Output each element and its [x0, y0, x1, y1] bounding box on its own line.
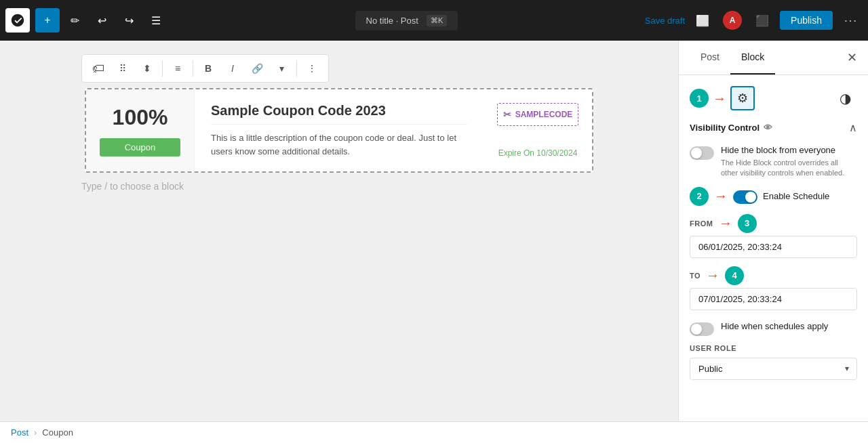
separator-1 [162, 60, 163, 77]
coupon-block: 100% Coupon Sample Coupon Code 2023 This… [85, 88, 593, 173]
coupon-right: ✂ SAMPLECODE Expire On 10/30/2024 [484, 89, 592, 171]
arrow-left-4: ← [706, 268, 719, 283]
settings-icons-row: 1 → ⚙ ◑ [690, 86, 857, 110]
step2-enable-schedule-row: 2 → Enable Schedule [690, 187, 857, 206]
from-input[interactable] [690, 236, 857, 258]
post-title-area[interactable]: No title · Post ⌘K [355, 11, 458, 30]
arrow-right-1: → [713, 91, 726, 106]
save-draft-button[interactable]: Save draft [645, 16, 685, 26]
step-4-indicator: 4 [725, 266, 744, 285]
user-role-label: USER ROLE [690, 344, 857, 352]
step-1-indicator: 1 [690, 89, 709, 108]
hide-schedules-label: Hide when schedules apply [721, 321, 828, 331]
toggle-thumb-schedule [745, 192, 756, 203]
editor-area: 🏷 ⠿ ⬍ ≡ B I 🔗 ▾ ⋮ 100% Coupon Sample Cou… [0, 41, 678, 421]
panel-title: Visibility Control 👁 [690, 123, 772, 133]
enable-schedule-toggle[interactable] [733, 190, 757, 204]
coupon-description: This is a little description of the coup… [211, 131, 467, 158]
visibility-control-label: Visibility Control [690, 123, 760, 133]
panel-collapse-button[interactable]: ∧ [849, 121, 857, 134]
toggle-thumb-schedules [691, 324, 702, 335]
block-type-button[interactable]: 🏷 [87, 58, 109, 79]
to-label: TO [690, 272, 701, 280]
sidebar-content: 1 → ⚙ ◑ Visibility Control 👁 ∧ [679, 75, 868, 421]
step1-row: 1 → ⚙ [690, 86, 755, 110]
redo-button[interactable]: ↪ [117, 8, 141, 33]
hide-schedules-toggle[interactable] [690, 322, 714, 336]
close-sidebar-button[interactable]: ✕ [847, 41, 857, 75]
post-title: No title · Post [366, 16, 418, 26]
add-block-button[interactable]: + [35, 8, 60, 33]
scissors-icon: ✂ [503, 109, 511, 120]
align-button[interactable]: ≡ [167, 58, 189, 79]
drag-handle[interactable]: ⠿ [112, 58, 134, 79]
sidebar: Post Block ✕ 1 → ⚙ ◑ Visibility Control … [678, 41, 868, 421]
from-label: FROM [690, 219, 713, 228]
block-toolbar: 🏷 ⠿ ⬍ ≡ B I 🔗 ▾ ⋮ [81, 54, 329, 83]
coupon-block-inner: 100% Coupon Sample Coupon Code 2023 This… [86, 89, 592, 171]
user-role-select-wrapper: Public Logged In Logged Out Administrato… [690, 358, 857, 380]
coupon-divider [211, 124, 467, 125]
wp-logo [5, 8, 30, 33]
main-area: 🏷 ⠿ ⬍ ≡ B I 🔗 ▾ ⋮ 100% Coupon Sample Cou… [0, 41, 868, 421]
breadcrumb-coupon: Coupon [42, 427, 73, 438]
undo-button[interactable]: ↩ [90, 8, 114, 33]
eye-icon: 👁 [764, 123, 772, 133]
link-button[interactable]: 🔗 [246, 58, 268, 79]
tab-post[interactable]: Post [690, 41, 730, 75]
enable-schedule-label: Enable Schedule [763, 191, 829, 201]
user-role-select[interactable]: Public Logged In Logged Out Administrato… [690, 358, 857, 380]
coupon-button[interactable]: Coupon [100, 138, 180, 156]
coupon-code-box: ✂ SAMPLECODE [497, 103, 578, 126]
more-rich-text[interactable]: ▾ [271, 58, 292, 79]
settings-button[interactable]: ⬛ [750, 8, 774, 33]
breadcrumb: Post › Coupon [0, 421, 868, 443]
topbar: + ✏ ↩ ↪ ☰ No title · Post ⌘K Save draft … [0, 0, 868, 41]
topbar-center: No title · Post ⌘K [171, 11, 642, 30]
toggle-thumb-hide-everyone [691, 148, 702, 159]
publish-button[interactable]: Publish [780, 11, 833, 30]
coupon-middle: Sample Coupon Code 2023 This is a little… [195, 89, 484, 171]
move-up-down-button[interactable]: ⬍ [136, 58, 158, 79]
contrast-icon-button[interactable]: ◑ [833, 86, 857, 110]
step3-from-row: FROM ← 3 [690, 214, 857, 233]
hide-schedules-row: Hide when schedules apply [690, 321, 857, 336]
hide-everyone-label: Hide the block from everyone [721, 145, 857, 155]
separator-2 [193, 60, 193, 77]
avatar-button[interactable]: A [720, 8, 745, 33]
italic-button[interactable]: I [222, 58, 243, 79]
step4-to-row: TO ← 4 [690, 266, 857, 285]
breadcrumb-post[interactable]: Post [11, 427, 28, 438]
topbar-right: Save draft ⬜ A ⬛ Publish ⋯ [645, 8, 863, 33]
coupon-expire: Expire On 10/30/2024 [498, 148, 578, 158]
coupon-left: 100% Coupon [86, 89, 195, 171]
arrow-right-2: → [714, 188, 728, 204]
view-button[interactable]: ⬜ [690, 8, 715, 33]
gear-settings-button[interactable]: ⚙ [730, 86, 755, 110]
visibility-control-panel-header: Visibility Control 👁 ∧ [690, 121, 857, 134]
bold-button[interactable]: B [197, 58, 219, 79]
hide-everyone-row: Hide the block from everyone The Hide Bl… [690, 145, 857, 179]
coupon-title: Sample Coupon Code 2023 [211, 103, 467, 119]
type-hint: Type / to choose a block [81, 181, 184, 192]
hide-everyone-toggle[interactable] [690, 146, 714, 160]
more-options-button[interactable]: ⋯ [838, 8, 863, 33]
list-view-button[interactable]: ☰ [144, 8, 168, 33]
breadcrumb-sep: › [34, 427, 37, 438]
separator-3 [296, 60, 297, 77]
hide-everyone-text: Hide the block from everyone The Hide Bl… [721, 145, 857, 179]
arrow-left-3: ← [719, 215, 732, 231]
to-input[interactable] [690, 288, 857, 310]
sidebar-tabs: Post Block ✕ [679, 41, 868, 75]
cmd-k-hint: ⌘K [427, 15, 447, 26]
pen-tool-button[interactable]: ✏ [62, 8, 87, 33]
coupon-code: SAMPLECODE [515, 110, 573, 119]
coupon-percent: 100% [113, 105, 168, 130]
step-2-indicator: 2 [690, 187, 709, 206]
step-3-indicator: 3 [738, 214, 757, 233]
tab-block[interactable]: Block [730, 41, 775, 75]
more-options-toolbar[interactable]: ⋮ [301, 58, 323, 79]
hide-everyone-sublabel: The Hide Block control overrides all oth… [721, 158, 857, 179]
